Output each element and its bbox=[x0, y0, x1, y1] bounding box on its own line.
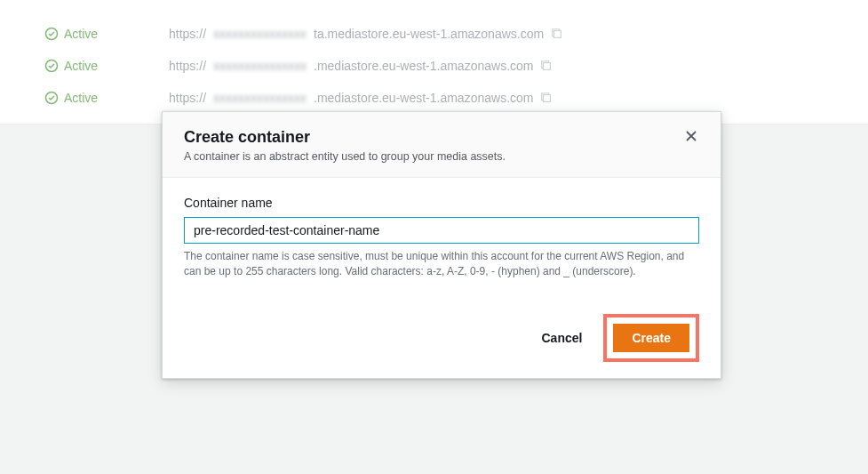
close-icon bbox=[685, 130, 697, 142]
svg-rect-5 bbox=[544, 95, 551, 102]
status-text: Active bbox=[64, 91, 98, 105]
svg-rect-3 bbox=[544, 63, 551, 70]
check-circle-icon bbox=[44, 59, 59, 73]
table-row: Active https:// xxxxxxxxxxxxxxx .mediast… bbox=[44, 50, 824, 82]
close-button[interactable] bbox=[683, 128, 699, 147]
modal-body: Container name The container name is cas… bbox=[163, 178, 721, 301]
status-text: Active bbox=[64, 59, 98, 73]
modal-footer: Cancel Create bbox=[163, 301, 721, 378]
table-row: Active https:// xxxxxxxxxxxxxxx ta.media… bbox=[44, 18, 824, 50]
cancel-button[interactable]: Cancel bbox=[530, 324, 593, 352]
check-circle-icon bbox=[44, 91, 59, 105]
modal-subtitle: A container is an abstract entity used t… bbox=[184, 150, 506, 163]
endpoint-url: https:// xxxxxxxxxxxxxxx .mediastore.eu-… bbox=[169, 91, 824, 105]
check-circle-icon bbox=[44, 27, 59, 41]
svg-rect-1 bbox=[554, 31, 561, 38]
endpoint-url: https:// xxxxxxxxxxxxxxx .mediastore.eu-… bbox=[169, 59, 824, 73]
table-row: Active https:// xxxxxxxxxxxxxxx .mediast… bbox=[44, 82, 824, 114]
status-badge: Active bbox=[44, 27, 133, 41]
create-button[interactable]: Create bbox=[613, 324, 689, 352]
copy-icon[interactable] bbox=[540, 60, 553, 72]
modal-header: Create container A container is an abstr… bbox=[163, 112, 721, 178]
create-container-modal: Create container A container is an abstr… bbox=[162, 111, 721, 379]
create-button-highlight: Create bbox=[603, 314, 699, 362]
status-badge: Active bbox=[44, 91, 133, 105]
container-name-label: Container name bbox=[184, 196, 699, 210]
modal-title: Create container bbox=[184, 128, 506, 147]
copy-icon[interactable] bbox=[540, 92, 553, 104]
helper-text: The container name is case sensitive, mu… bbox=[184, 249, 699, 280]
container-list-background: Active https:// xxxxxxxxxxxxxxx ta.media… bbox=[0, 0, 868, 125]
container-name-input[interactable] bbox=[184, 217, 699, 244]
status-text: Active bbox=[64, 27, 98, 41]
status-badge: Active bbox=[44, 59, 133, 73]
endpoint-url: https:// xxxxxxxxxxxxxxx ta.mediastore.e… bbox=[169, 27, 824, 41]
copy-icon[interactable] bbox=[551, 28, 563, 40]
